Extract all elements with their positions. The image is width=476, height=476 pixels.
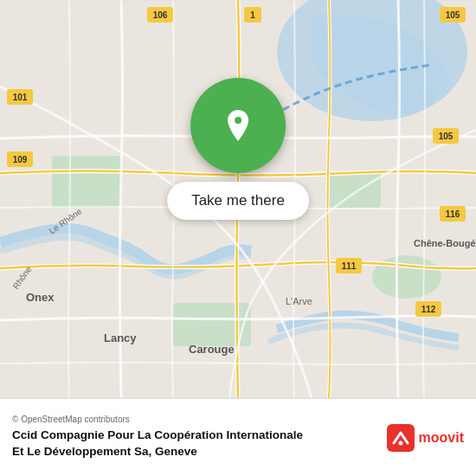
svg-text:111: 111 (342, 261, 357, 271)
svg-text:Onex: Onex (26, 291, 55, 304)
svg-text:L'Arve: L'Arve (286, 296, 312, 306)
take-me-there-button[interactable]: Take me there (167, 182, 309, 220)
svg-text:Lancy: Lancy (104, 331, 137, 344)
info-text: © OpenStreetMap contributors Ccid Compag… (12, 415, 376, 460)
place-name: Ccid Compagnie Pour La Coopération Inter… (12, 428, 376, 460)
moovit-logo: moovit (387, 424, 464, 452)
map-container: 106 101 105 105 109 1 116 111 112 Onex L… (0, 0, 476, 398)
svg-text:105: 105 (439, 132, 453, 141)
pin-overlay: Take me there (167, 78, 309, 220)
info-bar: © OpenStreetMap contributors Ccid Compag… (0, 398, 476, 476)
moovit-text: moovit (419, 430, 464, 446)
svg-text:101: 101 (13, 93, 28, 102)
svg-point-34 (398, 441, 402, 445)
place-name-text: Ccid Compagnie Pour La Coopération Inter… (12, 428, 303, 458)
svg-text:109: 109 (13, 155, 28, 164)
svg-rect-4 (329, 173, 381, 208)
location-pin-icon (219, 106, 257, 145)
svg-text:1: 1 (250, 10, 255, 20)
svg-text:105: 105 (446, 10, 460, 20)
svg-text:116: 116 (446, 209, 460, 219)
svg-text:Chêne-Bougé: Chêne-Bougé (414, 238, 476, 248)
svg-text:Carouge: Carouge (189, 343, 235, 356)
location-pin-circle (190, 78, 286, 173)
osm-credit: © OpenStreetMap contributors (12, 415, 376, 424)
svg-rect-2 (52, 156, 121, 208)
svg-rect-33 (387, 424, 415, 452)
svg-text:112: 112 (421, 305, 436, 314)
moovit-icon (387, 424, 415, 452)
svg-text:106: 106 (153, 10, 168, 20)
